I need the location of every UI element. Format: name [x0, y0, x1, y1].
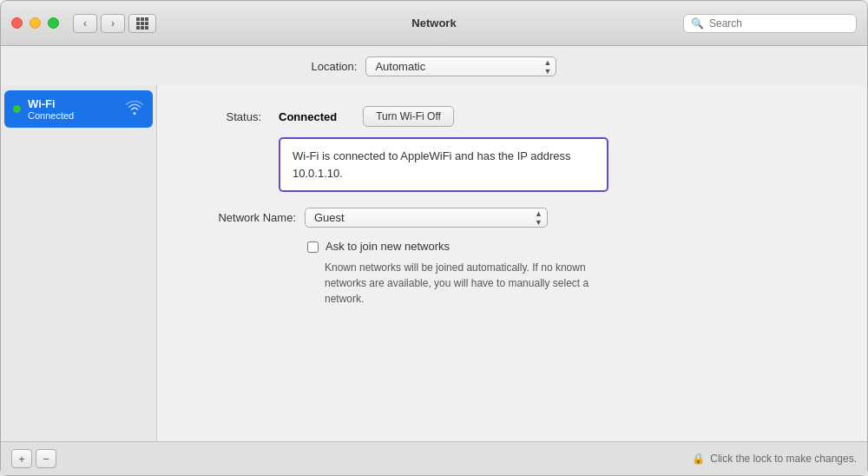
- network-name-select[interactable]: Guest AppleWiFi Other...: [305, 208, 548, 228]
- back-icon: ‹: [83, 17, 87, 30]
- sidebar-item-wifi[interactable]: Wi-Fi Connected: [4, 90, 153, 128]
- main-window: ‹ › Network 🔍 Location: Automatic Home: [0, 0, 868, 476]
- minimize-button[interactable]: [30, 17, 41, 29]
- turn-wifi-button[interactable]: Turn Wi-Fi Off: [363, 106, 454, 127]
- bottom-bar: + − 🔒 Click the lock to make changes.: [1, 441, 867, 475]
- window-title: Network: [411, 17, 456, 30]
- search-box[interactable]: 🔍: [683, 14, 857, 33]
- sidebar-item-name: Wi-Fi: [28, 97, 74, 110]
- titlebar: ‹ › Network 🔍: [1, 1, 867, 46]
- sidebar-item-status: Connected: [28, 110, 74, 121]
- forward-button[interactable]: ›: [101, 14, 125, 33]
- ask-join-row: Ask to join new networks: [307, 240, 832, 253]
- main-content: Wi-Fi Connected Status:: [1, 85, 867, 441]
- info-box: Wi-Fi is connected to AppleWiFi and has …: [279, 137, 608, 192]
- detail-panel: Status: Connected Turn Wi-Fi Off Wi-Fi i…: [157, 85, 867, 441]
- add-network-button[interactable]: +: [11, 449, 32, 468]
- sidebar-item-text: Wi-Fi Connected: [28, 97, 74, 121]
- grid-button[interactable]: [128, 14, 156, 33]
- wifi-status-dot: [13, 105, 21, 113]
- close-button[interactable]: [11, 17, 23, 29]
- lock-icon: 🔒: [692, 453, 705, 465]
- lock-area: 🔒 Click the lock to make changes.: [692, 453, 857, 465]
- forward-icon: ›: [111, 17, 115, 30]
- info-text: Wi-Fi is connected to AppleWiFi and has …: [293, 149, 571, 180]
- helper-text: Known networks will be joined automatica…: [325, 260, 620, 307]
- search-icon: 🔍: [691, 17, 704, 30]
- network-name-label: Network Name:: [192, 211, 296, 224]
- nav-buttons: ‹ ›: [73, 14, 125, 33]
- window-controls: [11, 17, 59, 29]
- status-value: Connected: [279, 110, 337, 123]
- location-label: Location:: [312, 60, 358, 73]
- search-input[interactable]: [709, 17, 849, 30]
- sidebar: Wi-Fi Connected: [1, 85, 157, 441]
- lock-label: Click the lock to make changes.: [710, 453, 857, 465]
- location-bar: Location: Automatic Home Work ▲ ▼: [1, 46, 867, 85]
- grid-icon: [136, 17, 148, 30]
- network-name-select-wrapper: Guest AppleWiFi Other... ▲ ▼: [305, 208, 548, 228]
- status-label: Status:: [192, 110, 261, 123]
- location-select[interactable]: Automatic Home Work: [365, 56, 556, 76]
- ask-join-checkbox[interactable]: [307, 241, 319, 253]
- remove-network-button[interactable]: −: [36, 449, 56, 468]
- network-name-row: Network Name: Guest AppleWiFi Other... ▲…: [192, 208, 832, 228]
- ask-join-label: Ask to join new networks: [326, 240, 450, 253]
- wifi-signal-icon: [125, 101, 144, 118]
- status-row: Status: Connected Turn Wi-Fi Off: [192, 106, 832, 127]
- maximize-button[interactable]: [48, 17, 59, 29]
- back-button[interactable]: ‹: [73, 14, 97, 33]
- location-select-wrapper: Automatic Home Work ▲ ▼: [365, 56, 556, 76]
